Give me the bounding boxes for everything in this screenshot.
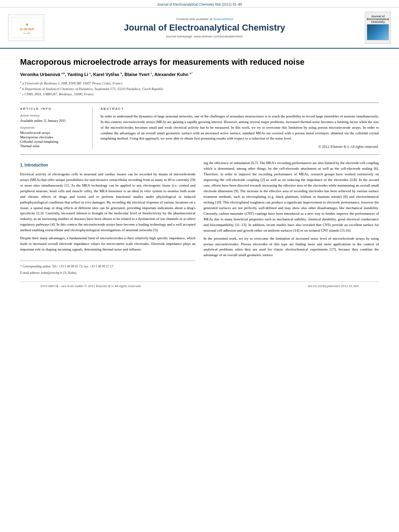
- keyword-4: Thermal noise: [20, 144, 86, 148]
- journal-reference: Journal of Electroanalytical Chemistry 6…: [0, 0, 399, 8]
- contents-text: Contents lists available at: [176, 17, 212, 21]
- body-columns: 1. Introduction Electrical activity of e…: [20, 160, 379, 277]
- svg-text:Est. 1880: Est. 1880: [24, 32, 31, 34]
- keyword-2: Macroporous electrodes: [20, 135, 86, 139]
- affiliation-c: c c CNRS, INIA, UMR5287, Bordeaux, 33000…: [20, 91, 379, 97]
- affiliation-b: b b Department of Analytical Chemistry o…: [20, 86, 379, 92]
- article-info-title: ARTICLE INFO: [20, 107, 86, 111]
- right-para-1: ing the efficiency of stimulation [6,7].…: [204, 160, 379, 233]
- footnote-author-text: * Corresponding author. Tel.: +33 5 40 0…: [20, 265, 114, 268]
- keywords-label: Keywords:: [20, 126, 86, 129]
- left-column: 1. Introduction Electrical activity of e…: [20, 160, 195, 277]
- body-para-2: Despite their many advantages, a fundame…: [20, 236, 195, 253]
- article-divider-top: [20, 103, 379, 103]
- contents-line: Contents lists available at ScienceDirec…: [52, 17, 357, 21]
- affiliations: a a Université de Bordeaux 1, ISM, ENSCB…: [20, 80, 379, 97]
- footnote-email: E-mail address: kuhn@enscbp.fr (A. Kuhn)…: [20, 271, 195, 275]
- footnote-email-text: E-mail address: kuhn@enscbp.fr (A. Kuhn)…: [20, 271, 77, 275]
- bottom-bar: 1572-6657/$ - see front matter © 2011 El…: [20, 281, 379, 290]
- authors-line: Veronika Urbanová a,b, Yanling Li c, Kar…: [20, 72, 379, 77]
- keyword-1: Microelectrode arrays: [20, 131, 86, 135]
- doi-text: doi:10.1016/j.jelechem.2011.01.004: [308, 284, 359, 288]
- right-para-2: In the presented work, we try to overcom…: [204, 236, 379, 259]
- journal-title-center: Contents lists available at ScienceDirec…: [44, 17, 365, 38]
- abstract-title: ABSTRACT: [101, 107, 379, 111]
- journal-header: 🌿 ELSEVIER Est. 1880 Contents lists avai…: [0, 8, 399, 49]
- article-info-abstract: ARTICLE INFO Article history: Available …: [20, 107, 379, 149]
- copyright-line: © 2011 Elsevier B.V. All rights reserved…: [101, 145, 379, 149]
- footnotes: * Corresponding author. Tel.: +33 5 40 0…: [20, 261, 195, 276]
- body-para-1: Electrical activity of electrogenic cell…: [20, 172, 195, 233]
- homepage-text: journal homepage: www.elsevier.com/locat…: [167, 35, 243, 38]
- body-divider: [20, 154, 379, 155]
- journal-ref-text: Journal of Electroanalytical Chemistry 6…: [157, 2, 242, 6]
- paper-title: Macroporous microelectrode arrays for me…: [20, 57, 379, 67]
- keyword-3: Colloidal crystal templating: [20, 140, 86, 144]
- journal-homepage: journal homepage: www.elsevier.com/locat…: [52, 35, 357, 38]
- journal-main-title: Journal of Electroanalytical Chemistry: [52, 23, 357, 33]
- available-online: Available online 11 January 2011: [20, 119, 86, 123]
- article-info-panel: ARTICLE INFO Article history: Available …: [20, 107, 93, 149]
- journal-cover-image: Journal ofElectroanalyticalChemistry: [365, 12, 391, 44]
- authors-text: Veronika Urbanová a,b, Yanling Li c, Kar…: [20, 72, 193, 77]
- history-label: Article history:: [20, 114, 86, 117]
- keywords-list: Microelectrode arrays Macroporous electr…: [20, 131, 86, 148]
- affiliation-a: a a Université de Bordeaux 1, ISM, ENSCB…: [20, 80, 379, 86]
- svg-text:ELSEVIER: ELSEVIER: [20, 28, 34, 31]
- sciencedirect-link[interactable]: ScienceDirect: [213, 17, 233, 21]
- abstract-text: In order to understand the dynamics of l…: [101, 114, 379, 142]
- abstract-panel: ABSTRACT In order to understand the dyna…: [101, 107, 379, 149]
- elsevier-logo-svg: 🌿 ELSEVIER Est. 1880: [11, 16, 43, 39]
- issn-text: 1572-6657/$ - see front matter © 2011 El…: [40, 284, 142, 288]
- paper-content: Macroporous microelectrode arrays for me…: [0, 49, 399, 298]
- right-column: ing the efficiency of stimulation [6,7].…: [204, 160, 379, 277]
- footnote-corresponding: * Corresponding author. Tel.: +33 5 40 0…: [20, 264, 195, 269]
- section1-heading: 1. Introduction: [20, 162, 195, 168]
- svg-text:🌿: 🌿: [26, 23, 29, 26]
- elsevier-logo: 🌿 ELSEVIER Est. 1880: [8, 14, 44, 41]
